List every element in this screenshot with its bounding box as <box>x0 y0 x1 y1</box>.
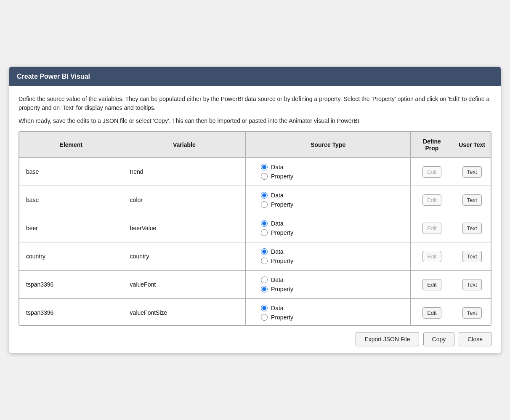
cell-define-prop: Edit <box>411 271 453 299</box>
radio-data[interactable] <box>261 164 268 170</box>
dialog-body: Define the source value of the variables… <box>9 86 501 326</box>
table-row: tspan3396valueFontSizeDataPropertyEditTe… <box>19 299 491 325</box>
radio-data[interactable] <box>261 192 268 199</box>
radio-property[interactable] <box>261 286 268 292</box>
cell-variable: valueFontSize <box>123 299 245 325</box>
radio-data[interactable] <box>261 248 268 255</box>
column-header-user-text: User Text <box>453 132 491 158</box>
cell-variable: valueFont <box>123 271 245 299</box>
source-property-option[interactable]: Property <box>261 201 404 208</box>
column-header-define-prop: Define Prop <box>411 132 453 158</box>
dialog-header: Create Power BI Visual <box>9 67 501 86</box>
table-row: countrycountryDataPropertyEditText <box>19 242 491 271</box>
column-header-source-type: Source Type <box>246 132 411 158</box>
cell-define-prop: Edit <box>411 214 453 242</box>
cell-user-text: Text <box>453 186 491 214</box>
cell-source-type: DataProperty <box>246 242 411 271</box>
table-row: beerbeerValueDataPropertyEditText <box>19 214 491 242</box>
cell-define-prop: Edit <box>411 299 453 325</box>
table-header-row: Element Variable Source Type Define Prop… <box>19 132 491 158</box>
source-data-option[interactable]: Data <box>261 164 404 170</box>
table-row: basetrendDataPropertyEditText <box>19 158 491 186</box>
source-data-option[interactable]: Data <box>261 276 404 283</box>
cell-element: base <box>19 186 123 214</box>
cell-source-type: DataProperty <box>246 214 411 242</box>
edit-button: Edit <box>422 194 441 206</box>
cell-variable: trend <box>123 158 245 186</box>
radio-property[interactable] <box>261 314 268 321</box>
source-property-option[interactable]: Property <box>261 173 404 180</box>
radio-property[interactable] <box>261 229 268 236</box>
cell-element: country <box>19 242 123 271</box>
cell-source-type: DataProperty <box>246 158 411 186</box>
radio-property[interactable] <box>261 201 268 208</box>
cell-user-text: Text <box>453 242 491 271</box>
edit-button[interactable]: Edit <box>422 307 441 319</box>
cell-user-text: Text <box>453 214 491 242</box>
text-button[interactable]: Text <box>462 223 482 234</box>
source-property-option[interactable]: Property <box>261 314 404 321</box>
edit-button: Edit <box>422 251 441 262</box>
table-row: basecolorDataPropertyEditText <box>19 186 491 214</box>
cell-element: tspan3396 <box>19 271 123 299</box>
create-powerbi-dialog: Create Power BI Visual Define the source… <box>9 66 501 354</box>
description-block: Define the source value of the variables… <box>19 95 491 125</box>
column-header-element: Element <box>19 132 123 158</box>
cell-source-type: DataProperty <box>246 186 411 214</box>
cell-variable: beerValue <box>123 214 245 242</box>
cell-source-type: DataProperty <box>246 271 411 299</box>
edit-button: Edit <box>422 166 441 178</box>
cell-source-type: DataProperty <box>246 299 411 325</box>
cell-define-prop: Edit <box>411 242 453 271</box>
dialog-title: Create Power BI Visual <box>17 73 90 80</box>
radio-property[interactable] <box>261 173 268 180</box>
radio-data[interactable] <box>261 276 268 283</box>
text-button[interactable]: Text <box>462 279 482 290</box>
cell-define-prop: Edit <box>411 186 453 214</box>
source-data-option[interactable]: Data <box>261 192 404 199</box>
radio-property[interactable] <box>261 258 268 264</box>
source-property-option[interactable]: Property <box>261 258 404 264</box>
text-button[interactable]: Text <box>462 166 482 178</box>
edit-button: Edit <box>422 223 441 234</box>
cell-element: base <box>19 158 123 186</box>
cell-element: beer <box>19 214 123 242</box>
cell-variable: color <box>123 186 245 214</box>
text-button[interactable]: Text <box>462 194 482 206</box>
data-table-container: Element Variable Source Type Define Prop… <box>19 131 491 326</box>
cell-user-text: Text <box>453 271 491 299</box>
description-paragraph-2: When ready, save the edits to a JSON fil… <box>19 117 491 125</box>
text-button[interactable]: Text <box>462 251 482 262</box>
radio-data[interactable] <box>261 305 268 311</box>
cell-user-text: Text <box>453 158 491 186</box>
source-data-option[interactable]: Data <box>261 305 404 311</box>
cell-variable: country <box>123 242 245 271</box>
cell-element: tspan3396 <box>19 299 123 325</box>
cell-user-text: Text <box>453 299 491 325</box>
text-button[interactable]: Text <box>462 307 482 319</box>
copy-button[interactable]: Copy <box>423 332 455 346</box>
edit-button[interactable]: Edit <box>422 279 441 290</box>
cell-define-prop: Edit <box>411 158 453 186</box>
source-property-option[interactable]: Property <box>261 229 404 236</box>
source-data-option[interactable]: Data <box>261 220 404 227</box>
table-row: tspan3396valueFontDataPropertyEditText <box>19 271 491 299</box>
source-data-option[interactable]: Data <box>261 248 404 255</box>
export-json-button[interactable]: Export JSON File <box>356 332 419 346</box>
close-button[interactable]: Close <box>459 332 491 346</box>
variables-table: Element Variable Source Type Define Prop… <box>19 132 491 325</box>
column-header-variable: Variable <box>123 132 245 158</box>
source-property-option[interactable]: Property <box>261 286 404 292</box>
dialog-footer: Export JSON File Copy Close <box>9 326 501 353</box>
description-paragraph-1: Define the source value of the variables… <box>19 95 491 112</box>
radio-data[interactable] <box>261 220 268 227</box>
